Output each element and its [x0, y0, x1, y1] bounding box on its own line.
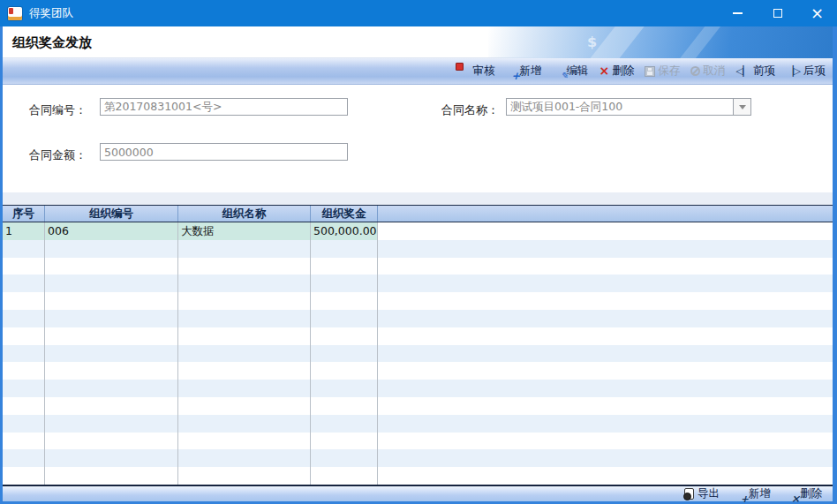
footer-add-button[interactable]: 新增	[728, 486, 776, 501]
table-row-empty[interactable]	[3, 449, 833, 467]
minimize-button[interactable]	[718, 0, 758, 26]
table-cell	[178, 467, 311, 485]
table-cell	[45, 345, 178, 363]
table-cell	[3, 415, 45, 433]
save-button: 保存	[639, 64, 685, 79]
edit-button[interactable]: 编辑	[547, 64, 593, 79]
table-cell	[311, 362, 378, 380]
table-row-filler	[378, 258, 833, 275]
table-row-filler	[378, 362, 833, 380]
page-title: 组织奖金发放	[12, 34, 92, 51]
table-cell	[45, 415, 178, 433]
next-button-label: 后项	[803, 64, 826, 79]
table-row-filler	[378, 433, 833, 450]
table-cell	[178, 292, 311, 310]
table-cell	[311, 327, 378, 345]
table-cell	[311, 240, 378, 258]
table-cell	[178, 258, 311, 275]
table-cell	[3, 449, 45, 467]
table-row-empty[interactable]	[3, 258, 833, 275]
grid-del-icon	[785, 488, 796, 500]
table-cell	[45, 327, 178, 345]
table-cell	[45, 433, 178, 450]
table-row-filler	[378, 292, 833, 310]
table-row-filler	[378, 415, 833, 433]
table-cell	[178, 433, 311, 450]
close-button[interactable]: ×	[797, 0, 837, 26]
table-row-filler	[378, 310, 833, 327]
footer-delete-button[interactable]: 删除	[780, 486, 827, 501]
table-cell: 500,000.00	[311, 222, 378, 240]
table-cell	[3, 362, 45, 380]
table-cell	[311, 258, 378, 275]
contract-amount-label: 合同金额：	[29, 147, 87, 163]
contract-amount-input[interactable]	[100, 143, 348, 161]
footer-add-button-label: 新增	[749, 486, 771, 501]
table-row-empty[interactable]	[3, 362, 833, 380]
footer-toolbar: 导出新增删除	[3, 486, 833, 501]
export-icon	[684, 488, 694, 500]
contract-name-input[interactable]	[506, 98, 734, 116]
dollar-glyph: $	[587, 34, 597, 50]
contract-name-combobox[interactable]	[506, 98, 751, 116]
next-button[interactable]: ▕▷后项	[780, 64, 831, 79]
table-cell	[3, 292, 45, 310]
table-row-filler	[378, 380, 833, 397]
grid-add-icon	[734, 488, 745, 500]
chevron-down-icon[interactable]	[734, 98, 751, 116]
table-cell	[311, 467, 378, 485]
save-button-label: 保存	[658, 64, 680, 79]
table-row-empty[interactable]	[3, 240, 833, 258]
table-cell	[178, 449, 311, 467]
maximize-button[interactable]	[758, 0, 797, 26]
prev-icon: ◁▏	[735, 65, 750, 77]
table-row-empty[interactable]	[3, 310, 833, 327]
table-cell	[311, 449, 378, 467]
table-row-filler	[378, 240, 833, 258]
table-row-filler	[378, 327, 833, 345]
table-cell	[3, 327, 45, 345]
edit-icon	[552, 65, 563, 77]
export-button[interactable]: 导出	[679, 486, 725, 501]
table-row[interactable]: 1006大数据500,000.00	[3, 222, 833, 240]
table-row-filler	[378, 467, 833, 485]
table-cell	[178, 345, 311, 363]
window-body: 组织奖金发放 $ 审核新增编辑×删除保存取消◁▏前项▕▷后项 合同编号： 合同名…	[0, 26, 837, 504]
column-header: 序号	[3, 206, 45, 222]
prev-button[interactable]: ◁▏前项	[730, 64, 780, 79]
table-cell	[178, 240, 311, 258]
table-cell	[45, 258, 178, 275]
column-header: 组织名称	[178, 206, 311, 222]
delete-button[interactable]: ×删除	[593, 64, 639, 79]
table-row-empty[interactable]	[3, 275, 833, 292]
contract-no-input[interactable]	[100, 98, 348, 116]
audit-button-label: 审核	[472, 64, 494, 79]
audit-button[interactable]: 审核	[453, 64, 500, 79]
table-row-empty[interactable]	[3, 292, 833, 310]
cancel-icon	[690, 66, 700, 76]
table-row-empty[interactable]	[3, 380, 833, 397]
table-row-filler	[378, 222, 833, 240]
add-button[interactable]: 新增	[500, 64, 547, 79]
table-cell	[45, 240, 178, 258]
window-title: 得奖团队	[29, 6, 73, 21]
table-row-filler	[378, 397, 833, 415]
table-header-row: 序号组织编号组织名称组织奖金	[3, 205, 833, 222]
table-cell	[3, 397, 45, 415]
table-row-empty[interactable]	[3, 327, 833, 345]
table-cell	[311, 433, 378, 450]
table-row-empty[interactable]	[3, 397, 833, 415]
table-cell	[311, 275, 378, 292]
table-cell	[45, 275, 178, 292]
add-button-label: 新增	[519, 64, 541, 79]
column-header-filler	[378, 206, 833, 222]
table-row-empty[interactable]	[3, 345, 833, 363]
table-cell	[45, 449, 178, 467]
table-row-empty[interactable]	[3, 467, 833, 485]
table-cell	[311, 397, 378, 415]
table-cell	[45, 467, 178, 485]
table-row-empty[interactable]	[3, 433, 833, 450]
table-cell: 1	[3, 222, 45, 240]
table-row-empty[interactable]	[3, 415, 833, 433]
panel-table-gap	[3, 192, 833, 205]
